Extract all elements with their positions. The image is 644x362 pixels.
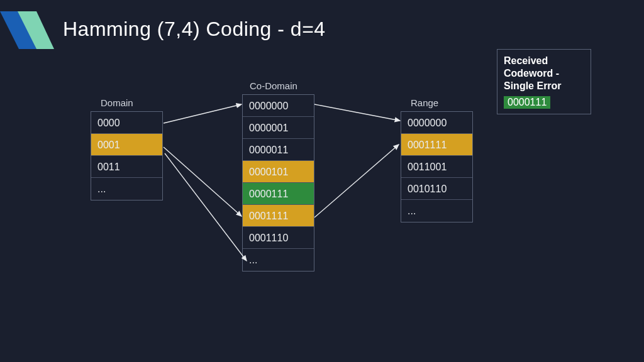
range-list-cell: 0010110 <box>401 178 472 200</box>
svg-marker-1 <box>18 11 54 49</box>
svg-marker-0 <box>0 11 36 49</box>
domain-list: 000000010011... <box>91 111 163 200</box>
range-list-cell: ... <box>401 200 472 222</box>
svg-line-5 <box>314 104 400 121</box>
domain-list-cell: 0011 <box>91 156 162 178</box>
received-codeword-box: Received Codeword - Single Error 0000111 <box>497 49 591 114</box>
received-title: Received Codeword - Single Error <box>497 50 591 96</box>
range-label: Range <box>411 97 438 108</box>
codomain-list-cell: 0000111 <box>243 183 314 205</box>
codomain-label: Co-Domain <box>250 80 297 91</box>
codomain-list-cell: 0001111 <box>243 205 314 227</box>
codomain-list-cell: 0001110 <box>243 227 314 249</box>
domain-list-cell: 0001 <box>91 134 162 156</box>
svg-line-6 <box>314 145 399 217</box>
corner-accent <box>0 0 63 63</box>
domain-label: Domain <box>101 97 133 108</box>
codomain-list-cell: 0000000 <box>243 95 314 117</box>
range-list-cell: 0000000 <box>401 112 472 134</box>
codomain-list-cell: 0000011 <box>243 139 314 161</box>
svg-line-3 <box>164 147 242 216</box>
received-code: 0000111 <box>504 96 550 109</box>
codomain-list-cell: ... <box>243 249 314 271</box>
domain-list-cell: ... <box>91 178 162 200</box>
svg-line-2 <box>164 104 242 123</box>
svg-line-4 <box>165 153 247 261</box>
codomain-list: 0000000000000100000110000101000011100011… <box>242 94 314 272</box>
domain-list-cell: 0000 <box>91 112 162 134</box>
slide-title: Hamming (7,4) Coding - d=4 <box>63 18 326 41</box>
range-list-cell: 0001111 <box>401 134 472 156</box>
codomain-list-cell: 0000101 <box>243 161 314 183</box>
range-list-cell: 0011001 <box>401 156 472 178</box>
codomain-list-cell: 0000001 <box>243 117 314 139</box>
range-list: 0000000000111100110010010110... <box>401 111 473 222</box>
